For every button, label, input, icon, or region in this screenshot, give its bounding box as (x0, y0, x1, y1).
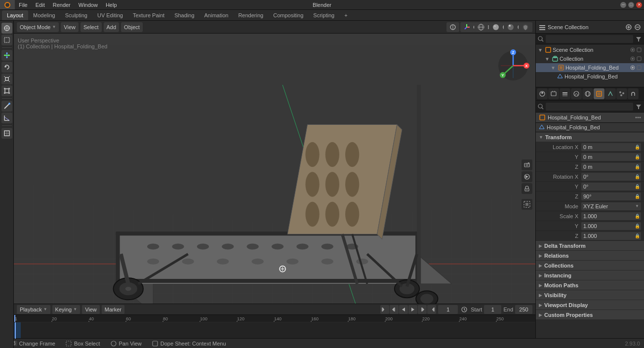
scale-y-value[interactable]: 1.000 🔒 (581, 222, 641, 230)
rotation-x-value[interactable]: 0° 🔒 (581, 173, 641, 181)
jump-end-btn[interactable] (427, 305, 436, 314)
delta-transform-header[interactable]: ▶ Delta Transform (536, 241, 644, 251)
move-btn[interactable] (1, 50, 12, 61)
marker-menu[interactable]: Marker (102, 305, 124, 314)
lock-camera-btn[interactable] (522, 183, 532, 194)
shading-material-btn[interactable] (504, 22, 518, 32)
measure-btn[interactable] (1, 113, 12, 123)
viewport-display-header[interactable]: ▶ Viewport Display (536, 300, 644, 310)
menu-file[interactable]: File (15, 0, 32, 9)
tab-modeling[interactable]: Modeling (28, 10, 60, 20)
svg-point-172 (632, 58, 634, 60)
shading-solid-btn[interactable] (489, 22, 503, 32)
keyframe-area[interactable] (14, 322, 535, 339)
collections-header[interactable]: ▶ Collections (536, 261, 644, 271)
properties-search-input[interactable] (546, 103, 633, 111)
prop-tab-render[interactable] (537, 88, 548, 99)
rotation-z-value[interactable]: 90° 🔒 (581, 193, 641, 200)
object-header-options-icon[interactable] (635, 115, 641, 120)
timeline-ruler[interactable]: 1 20 40 60 80 100 120 140 160 180 200 22… (14, 315, 535, 322)
outliner-scene-collection[interactable]: ▼ Scene Collection (536, 45, 644, 54)
select-box-btn[interactable] (1, 35, 12, 45)
tab-layout[interactable]: Layout (2, 10, 28, 20)
location-x-value[interactable]: 0 m 🔒 (581, 143, 641, 151)
jump-start-btn[interactable] (380, 305, 389, 314)
timeline-view-menu[interactable]: View (82, 305, 100, 314)
current-frame-input[interactable]: 1 (438, 305, 458, 314)
visibility-arrow: ▶ (539, 293, 542, 298)
rotate-btn[interactable] (1, 62, 12, 73)
prop-tab-particles[interactable] (616, 88, 627, 99)
tab-rendering[interactable]: Rendering (233, 10, 268, 20)
viewport-canvas[interactable]: Z X Y User Perspective (1) Collect (14, 34, 535, 335)
gizmo-btn[interactable] (460, 22, 473, 32)
tab-sculpting[interactable]: Sculpting (60, 10, 92, 20)
next-keyframe-btn[interactable] (418, 305, 427, 314)
view-menu-btn[interactable]: View (61, 22, 79, 32)
outliner-object-bed[interactable]: ▼ Hospital_Folding_Bed (536, 63, 644, 72)
tab-animation[interactable]: Animation (200, 10, 234, 20)
annotate-btn[interactable] (1, 101, 12, 112)
tab-scripting[interactable]: Scripting (308, 10, 339, 20)
keying-menu[interactable]: Keying ▼ (52, 305, 80, 314)
prop-tab-modifier[interactable] (605, 88, 616, 99)
rotation-mode-select[interactable]: XYZ Euler ▼ (581, 202, 641, 210)
custom-properties-header[interactable]: ▶ Custom Properties (536, 310, 644, 320)
shading-wireframe-btn[interactable] (474, 22, 488, 32)
location-z-value[interactable]: 0 m 🔒 (581, 163, 641, 171)
tab-shading[interactable]: Shading (169, 10, 199, 20)
rotation-y-value[interactable]: 0° 🔒 (581, 183, 641, 191)
prop-tab-object[interactable] (594, 88, 604, 99)
view-camera-btn[interactable] (522, 159, 532, 170)
tab-compositing[interactable]: Compositing (268, 10, 308, 20)
menu-window[interactable]: Window (75, 0, 102, 9)
frame-selected-btn[interactable] (522, 199, 532, 210)
object-menu-btn[interactable]: Object (121, 22, 143, 32)
scale-btn[interactable] (1, 74, 12, 84)
add-menu-btn[interactable]: Add (104, 22, 120, 32)
minimize-button[interactable]: ─ (620, 2, 626, 8)
play-reverse-btn[interactable] (399, 305, 408, 314)
prop-tab-output[interactable] (548, 88, 559, 99)
end-frame-input[interactable]: 250 (515, 305, 532, 314)
prev-keyframe-btn[interactable] (390, 305, 399, 314)
maximize-button[interactable]: □ (628, 2, 634, 8)
relations-header[interactable]: ▶ Relations (536, 251, 644, 261)
menu-render[interactable]: Render (49, 0, 75, 9)
tab-uv-editing[interactable]: UV Editing (92, 10, 128, 20)
scale-x-value[interactable]: 1.000 🔒 (581, 212, 641, 220)
add-cube-btn[interactable] (1, 128, 12, 139)
menu-blender[interactable] (0, 0, 15, 9)
location-y-value[interactable]: 0 m 🔒 (581, 153, 641, 161)
viewport-overlay-btn[interactable] (446, 22, 459, 32)
visibility-header[interactable]: ▶ Visibility (536, 290, 644, 300)
motion-paths-header[interactable]: ▶ Motion Paths (536, 280, 644, 290)
navigation-gizmo[interactable]: Z X Y (496, 48, 530, 83)
select-menu-btn[interactable]: Select (80, 22, 102, 32)
transform-section-header[interactable]: ▼ Transform (536, 132, 644, 142)
menu-help[interactable]: Help (102, 0, 121, 9)
start-frame-input[interactable]: 1 (484, 305, 501, 314)
prop-tab-view-layer[interactable] (560, 88, 570, 99)
transform-btn[interactable] (1, 85, 12, 96)
prop-tab-world[interactable] (582, 88, 593, 99)
outliner-mesh-bed[interactable]: Hospital_Folding_Bed (536, 72, 644, 81)
render-preview-btn[interactable] (522, 171, 532, 182)
play-btn[interactable] (408, 305, 417, 314)
object-mode-dropdown[interactable]: Object Mode ▼ (17, 22, 59, 32)
prop-tab-constraints[interactable] (628, 88, 639, 99)
menu-edit[interactable]: Edit (32, 0, 49, 9)
tab-texture-paint[interactable]: Texture Paint (128, 10, 169, 20)
instancing-header[interactable]: ▶ Instancing (536, 271, 644, 280)
cursor-tool-btn[interactable] (1, 23, 12, 34)
svg-rect-248 (66, 341, 71, 346)
outliner-collection[interactable]: ▼ Collection (536, 54, 644, 63)
svg-line-16 (8, 76, 10, 77)
playback-menu[interactable]: Playback ▼ (17, 305, 50, 314)
scale-z-value[interactable]: 1.000 🔒 (581, 232, 641, 240)
tab-add[interactable]: + (339, 10, 352, 20)
shading-rendered-btn[interactable] (519, 22, 532, 32)
viewport-area[interactable]: Object Mode ▼ View Select Add Object Glo… (14, 21, 535, 348)
close-button[interactable]: ✕ (636, 2, 642, 8)
prop-tab-scene[interactable] (571, 88, 582, 99)
